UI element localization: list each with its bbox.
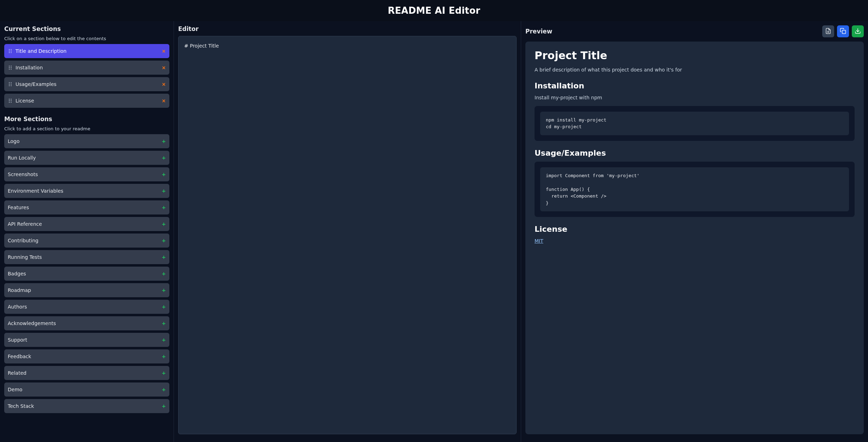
svg-point-15 — [11, 84, 11, 85]
raw-markdown-button[interactable] — [822, 25, 834, 37]
add-section-icon[interactable]: + — [162, 403, 166, 409]
remove-section-icon[interactable]: × — [162, 81, 166, 87]
remove-section-icon[interactable]: × — [162, 65, 166, 70]
current-section-item[interactable]: License× — [4, 94, 169, 108]
preview-box: Project Title A brief description of wha… — [525, 42, 864, 434]
svg-point-4 — [9, 52, 10, 53]
code-usage: import Component from 'my-project' funct… — [546, 172, 843, 207]
svg-point-22 — [9, 102, 10, 102]
more-section-item[interactable]: Acknowledgements+ — [4, 316, 169, 330]
main-layout: Current Sections Click on a section belo… — [0, 21, 868, 442]
code-inner-usage: import Component from 'my-project' funct… — [540, 167, 849, 212]
file-icon — [825, 28, 831, 35]
more-section-item[interactable]: Related+ — [4, 366, 169, 380]
section-item-label: License — [15, 98, 34, 104]
section-item-label: API Reference — [8, 221, 42, 227]
section-item-label: Feedback — [8, 354, 31, 359]
section-item-label: Usage/Examples — [15, 81, 56, 87]
add-section-icon[interactable]: + — [162, 337, 166, 343]
preview-actions — [822, 25, 864, 37]
more-section-item[interactable]: Demo+ — [4, 382, 169, 397]
svg-point-12 — [9, 82, 10, 83]
preview-h1: Project Title — [535, 49, 855, 62]
remove-section-icon[interactable]: × — [162, 98, 166, 104]
add-section-icon[interactable]: + — [162, 238, 166, 243]
svg-point-17 — [11, 85, 11, 86]
svg-point-10 — [9, 69, 10, 69]
section-item-label: Contributing — [8, 238, 38, 243]
remove-section-icon[interactable]: × — [162, 48, 166, 54]
more-section-item[interactable]: Support+ — [4, 333, 169, 347]
add-section-icon[interactable]: + — [162, 287, 166, 293]
preview-description: A brief description of what this project… — [535, 66, 855, 74]
editor-box — [178, 36, 517, 434]
svg-point-1 — [11, 49, 11, 50]
app-header: README AI Editor — [0, 0, 868, 21]
copy-button[interactable] — [837, 25, 849, 37]
add-section-icon[interactable]: + — [162, 370, 166, 376]
license-link[interactable]: MIT — [535, 238, 543, 244]
download-button[interactable] — [852, 25, 864, 37]
code-inner-install: npm install my-project cd my-project — [540, 112, 849, 135]
more-sections-title: More Sections — [4, 116, 169, 123]
add-section-icon[interactable]: + — [162, 271, 166, 276]
current-section-item[interactable]: Usage/Examples× — [4, 77, 169, 91]
code-install: npm install my-project cd my-project — [546, 117, 843, 130]
add-section-icon[interactable]: + — [162, 188, 166, 194]
add-section-icon[interactable]: + — [162, 172, 166, 177]
section-item-label: Environment Variables — [8, 188, 63, 194]
more-section-item[interactable]: Authors+ — [4, 300, 169, 314]
add-section-icon[interactable]: + — [162, 221, 166, 227]
more-section-item[interactable]: Screenshots+ — [4, 167, 169, 181]
editor-textarea[interactable] — [184, 41, 511, 60]
more-section-item[interactable]: Feedback+ — [4, 349, 169, 363]
section-item-label: Acknowledgements — [8, 320, 56, 326]
current-sections-list: Title and Description×Installation×Usage… — [4, 44, 169, 108]
section-item-label: Support — [8, 337, 27, 343]
add-section-icon[interactable]: + — [162, 254, 166, 260]
editor-panel: Editor — [174, 21, 521, 442]
copy-icon — [840, 28, 846, 35]
preview-title: Preview — [525, 28, 552, 35]
add-section-icon[interactable]: + — [162, 155, 166, 161]
add-section-icon[interactable]: + — [162, 354, 166, 359]
more-section-item[interactable]: Features+ — [4, 200, 169, 214]
section-item-label: Related — [8, 370, 26, 376]
section-item-label: Screenshots — [8, 172, 38, 177]
more-section-item[interactable]: Logo+ — [4, 134, 169, 148]
drag-handle-icon[interactable] — [8, 65, 13, 70]
svg-point-6 — [9, 66, 10, 66]
svg-point-0 — [9, 49, 10, 50]
svg-point-18 — [9, 99, 10, 99]
more-section-item[interactable]: Roadmap+ — [4, 283, 169, 297]
preview-install-text: Install my-project with npm — [535, 94, 855, 101]
drag-handle-icon[interactable] — [8, 98, 13, 103]
svg-point-13 — [11, 82, 11, 83]
more-section-item[interactable]: Run Locally+ — [4, 151, 169, 165]
add-section-icon[interactable]: + — [162, 304, 166, 310]
section-item-label: Run Locally — [8, 155, 36, 161]
svg-point-9 — [11, 67, 11, 68]
add-section-icon[interactable]: + — [162, 387, 166, 392]
add-section-icon[interactable]: + — [162, 138, 166, 144]
svg-point-20 — [9, 100, 10, 101]
preview-h2-license: License — [535, 225, 855, 234]
section-item-label: Features — [8, 205, 29, 210]
more-section-item[interactable]: API Reference+ — [4, 217, 169, 231]
more-section-item[interactable]: Contributing+ — [4, 234, 169, 248]
current-section-item[interactable]: Title and Description× — [4, 44, 169, 58]
more-section-item[interactable]: Running Tests+ — [4, 250, 169, 264]
more-sections-subtitle: Click to add a section to your readme — [4, 126, 169, 131]
add-section-icon[interactable]: + — [162, 320, 166, 326]
drag-handle-icon[interactable] — [8, 82, 13, 87]
more-section-item[interactable]: Environment Variables+ — [4, 184, 169, 198]
preview-license-line: MIT — [535, 237, 855, 245]
current-section-item[interactable]: Installation× — [4, 61, 169, 75]
more-section-item[interactable]: Tech Stack+ — [4, 399, 169, 413]
svg-point-2 — [9, 51, 10, 51]
add-section-icon[interactable]: + — [162, 205, 166, 210]
section-item-label: Demo — [8, 387, 23, 392]
svg-point-21 — [11, 100, 11, 101]
more-section-item[interactable]: Badges+ — [4, 267, 169, 281]
drag-handle-icon[interactable] — [8, 49, 13, 54]
